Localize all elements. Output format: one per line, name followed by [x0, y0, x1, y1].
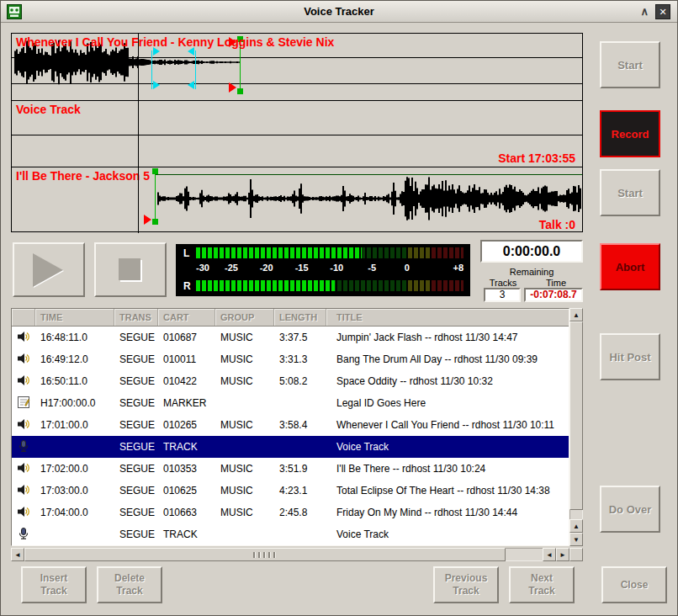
row-group: MUSIC [215, 327, 274, 348]
track-start-marker-handle[interactable] [152, 219, 158, 225]
scroll-up-button[interactable]: ▲ [569, 308, 583, 321]
log-row[interactable]: 17:03:00.0 SEGUE 010625 MUSIC 4:23.1 Tot… [12, 480, 569, 502]
row-icon [17, 461, 30, 477]
waveform-area: Whenever I Call You Friend - Kenny Loggi… [11, 33, 583, 232]
scrollbar-corner [569, 548, 583, 561]
log-row[interactable]: SEGUE TRACK Voice Track [12, 523, 569, 545]
log-vertical-scrollbar[interactable]: ▲ ▲ ▼ [569, 308, 583, 546]
row-group: MUSIC [215, 480, 274, 502]
row-icon [17, 483, 30, 499]
log-row[interactable]: 17:01:00.0 SEGUE 010265 MUSIC 3:58.4 Whe… [12, 414, 569, 436]
log-header-title[interactable]: TITLE [326, 309, 569, 326]
row-time: H17:00:00.0 [35, 392, 114, 414]
log-row[interactable]: 16:49:12.0 SEGUE 010011 MUSIC 3:31.3 Ban… [12, 348, 569, 370]
scroll-left-button[interactable]: ◄ [11, 548, 24, 561]
close-icon: ✕ [659, 7, 666, 18]
log-row[interactable]: 16:50:11.0 SEGUE 010422 MUSIC 5:08.2 Spa… [12, 370, 569, 392]
log-row[interactable]: 16:48:11.0 SEGUE 010687 MUSIC 3:37.5 Jum… [12, 327, 569, 348]
track-start-marker-handle[interactable] [152, 168, 158, 174]
log-row[interactable]: 17:04:00.0 SEGUE 010663 MUSIC 2:45.8 Fri… [12, 502, 569, 523]
row-title: Whenever I Call You Friend -- rdhost 11/… [326, 414, 569, 436]
scroll-down-icon: ▼ [573, 536, 580, 544]
row-trans: SEGUE [114, 327, 158, 348]
shade-window-icon[interactable]: ∧ [640, 4, 649, 19]
gridline [12, 83, 582, 84]
scroll-up-button-2[interactable]: ▲ [569, 519, 583, 533]
row-title: Friday On My Mind -- rdhost 11/30 14:44 [326, 502, 569, 523]
abort-button[interactable]: Abort [600, 243, 660, 290]
row-time: 17:02:00.0 [35, 458, 114, 480]
log-horizontal-scrollbar[interactable]: ◄ ◄ ► [11, 548, 569, 561]
talk-start-marker-handle-icon[interactable] [153, 81, 160, 89]
log-row[interactable]: 17:02:00.0 SEGUE 010353 MUSIC 3:51.9 I'l… [12, 458, 569, 480]
log-header-icon[interactable] [12, 309, 35, 326]
hit-post-button[interactable]: Hit Post [600, 333, 660, 380]
delete-track-button[interactable]: Delete Track [97, 566, 162, 603]
log-row[interactable]: SEGUE TRACK Voice Track [12, 436, 569, 458]
talk-end-marker[interactable] [195, 50, 196, 89]
record-button[interactable]: Record [600, 110, 660, 157]
scroll-down-button[interactable]: ▼ [569, 533, 583, 546]
row-cart: 010353 [158, 458, 215, 480]
row-title: Legal ID Goes Here [326, 392, 569, 414]
do-over-button[interactable]: Do Over [600, 486, 660, 533]
start-1-button[interactable]: Start [600, 41, 660, 88]
log-header-cart[interactable]: CART [158, 309, 215, 326]
row-group [215, 523, 274, 545]
remaining-time-label: Time [532, 278, 580, 288]
previous-track-button[interactable]: Previous Track [433, 566, 499, 603]
talk-end-marker-handle-icon[interactable] [188, 81, 194, 89]
log-header-length[interactable]: LENGTH [274, 309, 326, 326]
talk-start-marker[interactable] [151, 50, 152, 89]
segue-marker-handle[interactable] [237, 88, 243, 94]
row-trans: SEGUE [114, 502, 158, 523]
log-header[interactable]: TIME TRANS CART GROUP LENGTH TITLE [12, 309, 569, 327]
gridline [12, 135, 582, 135]
scroll-left-button-2[interactable]: ◄ [543, 548, 556, 561]
scroll-right-button[interactable]: ► [556, 548, 569, 561]
row-title: Voice Track [326, 523, 569, 545]
insert-track-button[interactable]: Insert Track [21, 566, 87, 603]
log-header-time[interactable]: TIME [35, 309, 114, 326]
close-button[interactable]: Close [601, 566, 667, 603]
track-panel-2[interactable]: Voice Track Start 17:03:55 [12, 100, 582, 167]
row-time: 17:04:00.0 [35, 502, 114, 523]
row-cart: 010687 [158, 327, 215, 348]
play-button[interactable] [13, 242, 85, 297]
row-trans: SEGUE [114, 414, 158, 436]
next-track-button[interactable]: Next Track [509, 566, 575, 603]
vertical-scrollbar-thumb[interactable] [569, 321, 583, 510]
start-2-button[interactable]: Start [600, 169, 660, 216]
row-group: MUSIC [215, 458, 274, 480]
row-title: Jumpin' Jack Flash -- rdhost 11/30 14:47 [326, 327, 569, 348]
log-header-trans[interactable]: TRANS [114, 309, 158, 326]
row-time: 16:48:11.0 [35, 327, 114, 348]
scroll-up-icon: ▲ [573, 311, 580, 319]
track-panel-3[interactable]: I'll Be There - Jackson 5 Talk :0 [12, 167, 582, 233]
stop-button[interactable] [94, 242, 167, 297]
segue-start-icon[interactable] [229, 82, 236, 93]
track-panel-1[interactable]: Whenever I Call You Friend - Kenny Loggi… [12, 34, 582, 100]
track-start-icon[interactable] [144, 215, 151, 225]
row-icon [17, 330, 30, 346]
track-3-talk-time: Talk :0 [539, 218, 575, 231]
track-2-start-time: Start 17:03:55 [498, 151, 575, 165]
row-cart: 010663 [158, 502, 215, 523]
track-start-marker[interactable] [155, 171, 156, 221]
row-trans: SEGUE [114, 370, 158, 392]
gain-envelope-line[interactable] [155, 174, 582, 175]
log-row[interactable]: H17:00:00.0 SEGUE MARKER Legal ID Goes H… [12, 392, 569, 414]
row-length: 2:45.8 [274, 502, 326, 523]
row-group: MUSIC [215, 348, 274, 370]
row-length: 3:58.4 [274, 414, 326, 436]
row-length: 3:51.9 [274, 458, 326, 480]
row-title: I'll Be There -- rdhost 11/30 10:24 [326, 458, 569, 480]
row-group [215, 392, 274, 414]
audio-level-meter: L -30 -25 -20 -15 -10 -5 0 +8 R [176, 244, 470, 296]
remaining-label: Remaining [480, 267, 583, 277]
close-window-button[interactable]: ✕ [655, 4, 670, 19]
titlebar[interactable]: Voice Tracker ∧ ✕ [1, 1, 677, 23]
horizontal-scrollbar-thumb[interactable] [24, 548, 506, 561]
playback-cursor[interactable] [138, 34, 139, 233]
log-header-group[interactable]: GROUP [215, 309, 274, 326]
